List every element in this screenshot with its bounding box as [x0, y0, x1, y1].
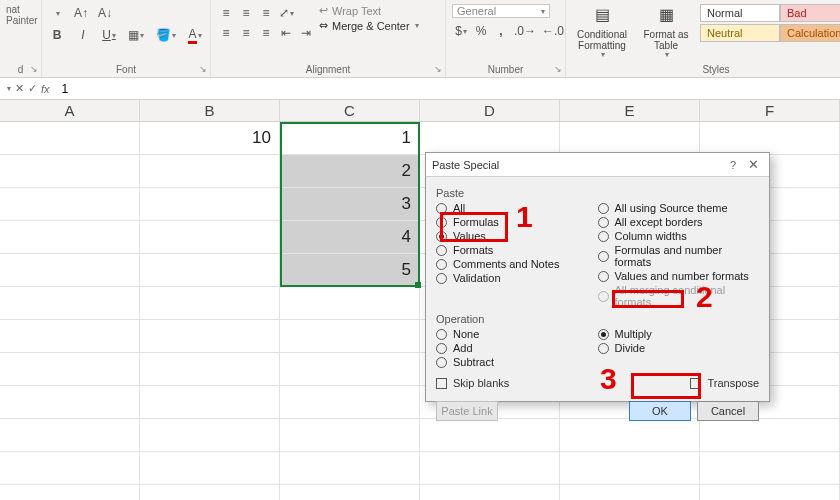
cell[interactable] — [0, 320, 140, 353]
formula-input[interactable] — [56, 80, 840, 98]
cell[interactable] — [700, 485, 840, 500]
cell[interactable] — [280, 287, 420, 320]
paste-option-vnf[interactable]: Values and number formats — [598, 269, 760, 283]
cell[interactable] — [700, 452, 840, 485]
cell[interactable] — [0, 485, 140, 500]
cell[interactable] — [0, 287, 140, 320]
cell[interactable] — [700, 122, 840, 155]
dialog-titlebar[interactable]: Paste Special ? ✕ — [426, 153, 769, 177]
paste-option-values[interactable]: Values — [436, 229, 598, 243]
paste-option-allsource[interactable]: All using Source theme — [598, 201, 760, 215]
cell[interactable] — [560, 452, 700, 485]
cell[interactable] — [280, 353, 420, 386]
cell[interactable] — [0, 254, 140, 287]
cell[interactable] — [0, 188, 140, 221]
cell[interactable]: 10 — [140, 122, 280, 155]
paste-option-formulas[interactable]: Formulas — [436, 215, 598, 229]
font-color-button[interactable]: A▾ — [186, 26, 204, 44]
align-middle-icon[interactable]: ≡ — [237, 4, 255, 22]
increase-indent-icon[interactable]: ⇥ — [297, 24, 315, 42]
bold-button[interactable]: B — [48, 26, 66, 44]
column-header[interactable]: B — [140, 100, 280, 121]
underline-button[interactable]: U▾ — [100, 26, 118, 44]
cell[interactable] — [140, 254, 280, 287]
cell[interactable] — [560, 485, 700, 500]
merge-center-icon[interactable]: ⇔ — [319, 19, 328, 32]
cancel-formula-icon[interactable]: ✕ — [15, 82, 24, 95]
comma-format-button[interactable]: , — [492, 22, 510, 40]
close-icon[interactable]: ✕ — [743, 157, 763, 172]
percent-format-button[interactable]: % — [472, 22, 490, 40]
paste-option-allexcept[interactable]: All except borders — [598, 215, 760, 229]
cell[interactable] — [140, 320, 280, 353]
cell[interactable] — [140, 188, 280, 221]
cell[interactable] — [0, 122, 140, 155]
paste-option-fnf[interactable]: Formulas and number formats — [598, 243, 760, 269]
paste-option-colwidths[interactable]: Column widths — [598, 229, 760, 243]
cell[interactable] — [0, 221, 140, 254]
conditional-formatting-button[interactable]: ▤ Conditional Formatting▾ — [572, 4, 632, 60]
cell[interactable] — [280, 452, 420, 485]
align-bottom-icon[interactable]: ≡ — [257, 4, 275, 22]
cell[interactable] — [140, 287, 280, 320]
cell[interactable] — [0, 419, 140, 452]
decrease-indent-icon[interactable]: ⇤ — [277, 24, 295, 42]
help-icon[interactable]: ? — [723, 159, 743, 171]
operation-option-add[interactable]: Add — [436, 341, 598, 355]
cell[interactable]: 1 — [280, 122, 420, 155]
column-header[interactable]: E — [560, 100, 700, 121]
cell[interactable] — [280, 386, 420, 419]
cell[interactable] — [280, 320, 420, 353]
dialog-launcher-icon[interactable]: ↘ — [30, 64, 38, 74]
dialog-launcher-icon[interactable]: ↘ — [199, 64, 207, 74]
format-painter-fragment[interactable]: nat Painter — [6, 4, 38, 26]
cell[interactable]: 5 — [280, 254, 420, 287]
paste-option-validation[interactable]: Validation — [436, 271, 598, 285]
accounting-format-button[interactable]: $▾ — [452, 22, 470, 40]
cell[interactable] — [0, 452, 140, 485]
cell[interactable]: 2 — [280, 155, 420, 188]
cell[interactable] — [280, 485, 420, 500]
borders-button[interactable]: ▦▾ — [126, 26, 146, 44]
arrow-down-icon[interactable]: ▾ — [48, 4, 66, 22]
operation-option-divide[interactable]: Divide — [598, 341, 760, 355]
align-center-icon[interactable]: ≡ — [237, 24, 255, 42]
wrap-text-button[interactable]: Wrap Text — [332, 5, 381, 17]
increase-decimal-button[interactable]: .0→ — [512, 22, 538, 40]
cell-style-normal[interactable]: Normal — [700, 4, 780, 22]
cell[interactable] — [140, 155, 280, 188]
cell[interactable] — [280, 419, 420, 452]
column-header[interactable]: A — [0, 100, 140, 121]
paste-option-all[interactable]: All — [436, 201, 598, 215]
format-as-table-button[interactable]: ▦ Format as Table▾ — [636, 4, 696, 60]
column-header[interactable]: D — [420, 100, 560, 121]
align-left-icon[interactable]: ≡ — [217, 24, 235, 42]
dialog-launcher-icon[interactable]: ↘ — [554, 64, 562, 74]
cell[interactable]: 3 — [280, 188, 420, 221]
operation-option-subtract[interactable]: Subtract — [436, 355, 598, 369]
cell[interactable] — [140, 386, 280, 419]
name-box-dropdown-icon[interactable]: ▾ — [7, 84, 11, 93]
cell[interactable] — [0, 353, 140, 386]
number-format-select[interactable]: General — [457, 5, 538, 17]
wrap-text-icon[interactable]: ↩ — [319, 4, 328, 17]
cell[interactable] — [420, 485, 560, 500]
cell-style-calculation[interactable]: Calculation — [780, 24, 840, 42]
cell[interactable] — [140, 221, 280, 254]
fx-icon[interactable]: fx — [41, 83, 50, 95]
cell[interactable] — [140, 419, 280, 452]
column-header[interactable]: F — [700, 100, 840, 121]
merge-center-button[interactable]: Merge & Center — [332, 20, 410, 32]
cell[interactable] — [0, 386, 140, 419]
skip-blanks-checkbox[interactable]: Skip blanks — [436, 377, 509, 389]
operation-option-none[interactable]: None — [436, 327, 598, 341]
fill-color-button[interactable]: 🪣▾ — [154, 26, 178, 44]
cancel-button[interactable]: Cancel — [697, 401, 759, 421]
cell[interactable] — [420, 452, 560, 485]
cell[interactable] — [140, 485, 280, 500]
cell[interactable] — [560, 122, 700, 155]
decrease-font-icon[interactable]: A↓ — [96, 4, 114, 22]
dialog-launcher-icon[interactable]: ↘ — [434, 64, 442, 74]
operation-option-multiply[interactable]: Multiply — [598, 327, 760, 341]
orientation-icon[interactable]: ⤢▾ — [277, 4, 296, 22]
